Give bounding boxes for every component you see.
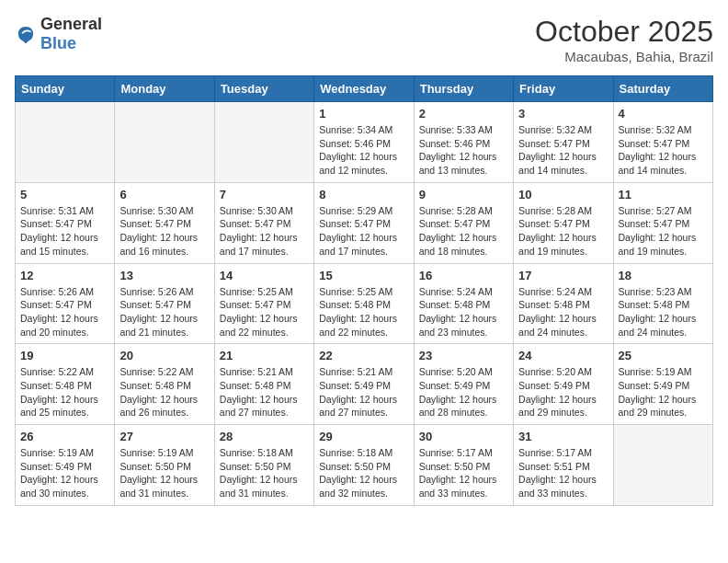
- day-info: Sunrise: 5:21 AMSunset: 5:48 PMDaylight:…: [220, 365, 309, 419]
- daylight-text: Daylight: 12 hours and 24 minutes.: [619, 313, 697, 338]
- sunrise-text: Sunrise: 5:32 AM: [619, 124, 692, 135]
- calendar-week-row: 1Sunrise: 5:34 AMSunset: 5:46 PMDaylight…: [16, 102, 713, 183]
- calendar-cell: [115, 102, 214, 183]
- daylight-text: Daylight: 12 hours and 32 minutes.: [319, 474, 397, 499]
- day-info: Sunrise: 5:29 AMSunset: 5:47 PMDaylight:…: [319, 204, 408, 259]
- day-info: Sunrise: 5:25 AMSunset: 5:47 PMDaylight:…: [220, 285, 309, 339]
- day-info: Sunrise: 5:18 AMSunset: 5:50 PMDaylight:…: [220, 446, 309, 500]
- sunset-text: Sunset: 5:47 PM: [518, 138, 590, 149]
- calendar-cell: 9Sunrise: 5:28 AMSunset: 5:47 PMDaylight…: [414, 182, 513, 263]
- sunrise-text: Sunrise: 5:22 AM: [119, 366, 193, 377]
- sunrise-text: Sunrise: 5:24 AM: [518, 286, 592, 297]
- day-info: Sunrise: 5:33 AMSunset: 5:46 PMDaylight:…: [419, 123, 508, 178]
- day-info: Sunrise: 5:31 AMSunset: 5:47 PMDaylight:…: [20, 204, 109, 259]
- daylight-text: Daylight: 12 hours and 19 minutes.: [619, 232, 697, 257]
- month-title: October 2025: [535, 15, 713, 49]
- sunrise-text: Sunrise: 5:30 AM: [220, 205, 293, 216]
- calendar-cell: 8Sunrise: 5:29 AMSunset: 5:47 PMDaylight…: [314, 182, 414, 263]
- day-number: 7: [220, 188, 309, 201]
- calendar-cell: 18Sunrise: 5:23 AMSunset: 5:48 PMDayligh…: [613, 263, 712, 344]
- sunrise-text: Sunrise: 5:20 AM: [518, 366, 592, 377]
- weekday-header: Tuesday: [214, 76, 313, 102]
- calendar-cell: 23Sunrise: 5:20 AMSunset: 5:49 PMDayligh…: [414, 344, 513, 425]
- sunset-text: Sunset: 5:47 PM: [119, 299, 191, 310]
- day-number: 15: [319, 269, 408, 282]
- sunset-text: Sunset: 5:48 PM: [419, 299, 491, 310]
- sunrise-text: Sunrise: 5:23 AM: [619, 286, 692, 297]
- daylight-text: Daylight: 12 hours and 24 minutes.: [518, 313, 597, 338]
- day-info: Sunrise: 5:26 AMSunset: 5:47 PMDaylight:…: [119, 285, 209, 339]
- day-number: 4: [619, 107, 708, 121]
- sunset-text: Sunset: 5:48 PM: [119, 380, 191, 391]
- calendar-cell: [16, 102, 115, 183]
- calendar-cell: 27Sunrise: 5:19 AMSunset: 5:50 PMDayligh…: [115, 425, 214, 506]
- day-info: Sunrise: 5:34 AMSunset: 5:46 PMDaylight:…: [319, 123, 408, 178]
- daylight-text: Daylight: 12 hours and 18 minutes.: [419, 232, 497, 257]
- sunrise-text: Sunrise: 5:21 AM: [319, 366, 392, 377]
- sunrise-text: Sunrise: 5:28 AM: [419, 205, 493, 216]
- calendar-cell: 29Sunrise: 5:18 AMSunset: 5:50 PMDayligh…: [314, 425, 414, 506]
- calendar-cell: 5Sunrise: 5:31 AMSunset: 5:47 PMDaylight…: [16, 182, 115, 263]
- daylight-text: Daylight: 12 hours and 31 minutes.: [119, 474, 198, 499]
- calendar-cell: 4Sunrise: 5:32 AMSunset: 5:47 PMDaylight…: [613, 102, 712, 183]
- sunset-text: Sunset: 5:50 PM: [319, 461, 391, 472]
- daylight-text: Daylight: 12 hours and 15 minutes.: [20, 232, 98, 257]
- day-number: 14: [220, 269, 309, 282]
- sunrise-text: Sunrise: 5:17 AM: [419, 447, 493, 458]
- calendar-cell: 6Sunrise: 5:30 AMSunset: 5:47 PMDaylight…: [115, 182, 214, 263]
- sunset-text: Sunset: 5:48 PM: [220, 380, 291, 391]
- weekday-header: Monday: [115, 76, 214, 102]
- sunrise-text: Sunrise: 5:25 AM: [220, 286, 293, 297]
- sunrise-text: Sunrise: 5:19 AM: [619, 366, 692, 377]
- weekday-header: Friday: [514, 76, 613, 102]
- day-number: 3: [518, 107, 608, 121]
- daylight-text: Daylight: 12 hours and 14 minutes.: [619, 151, 697, 176]
- sunrise-text: Sunrise: 5:33 AM: [419, 124, 493, 135]
- daylight-text: Daylight: 12 hours and 28 minutes.: [419, 394, 497, 419]
- day-info: Sunrise: 5:20 AMSunset: 5:49 PMDaylight:…: [518, 365, 608, 419]
- day-number: 10: [518, 188, 608, 201]
- sunrise-text: Sunrise: 5:22 AM: [20, 366, 94, 377]
- sunset-text: Sunset: 5:46 PM: [419, 138, 491, 149]
- calendar-cell: 24Sunrise: 5:20 AMSunset: 5:49 PMDayligh…: [514, 344, 613, 425]
- weekday-header: Thursday: [414, 76, 513, 102]
- calendar-cell: 7Sunrise: 5:30 AMSunset: 5:47 PMDaylight…: [214, 182, 313, 263]
- sunset-text: Sunset: 5:48 PM: [319, 299, 391, 310]
- daylight-text: Daylight: 12 hours and 19 minutes.: [518, 232, 597, 257]
- day-info: Sunrise: 5:30 AMSunset: 5:47 PMDaylight:…: [220, 204, 309, 259]
- calendar-cell: 13Sunrise: 5:26 AMSunset: 5:47 PMDayligh…: [115, 263, 214, 344]
- calendar-cell: 12Sunrise: 5:26 AMSunset: 5:47 PMDayligh…: [16, 263, 115, 344]
- sunrise-text: Sunrise: 5:27 AM: [619, 205, 692, 216]
- weekday-header: Sunday: [16, 76, 115, 102]
- logo-icon: [15, 23, 37, 45]
- daylight-text: Daylight: 12 hours and 26 minutes.: [119, 394, 198, 419]
- day-info: Sunrise: 5:17 AMSunset: 5:50 PMDaylight:…: [419, 446, 508, 500]
- daylight-text: Daylight: 12 hours and 21 minutes.: [119, 313, 198, 338]
- day-info: Sunrise: 5:28 AMSunset: 5:47 PMDaylight:…: [518, 204, 608, 259]
- sunrise-text: Sunrise: 5:19 AM: [119, 447, 193, 458]
- sunrise-text: Sunrise: 5:18 AM: [319, 447, 392, 458]
- sunset-text: Sunset: 5:47 PM: [319, 218, 391, 229]
- day-number: 31: [518, 430, 608, 443]
- day-info: Sunrise: 5:21 AMSunset: 5:49 PMDaylight:…: [319, 365, 408, 419]
- sunrise-text: Sunrise: 5:21 AM: [220, 366, 293, 377]
- daylight-text: Daylight: 12 hours and 33 minutes.: [419, 474, 497, 499]
- calendar-cell: [613, 425, 712, 506]
- sunrise-text: Sunrise: 5:29 AM: [319, 205, 392, 216]
- sunset-text: Sunset: 5:47 PM: [518, 218, 590, 229]
- calendar-cell: 14Sunrise: 5:25 AMSunset: 5:47 PMDayligh…: [214, 263, 313, 344]
- sunset-text: Sunset: 5:51 PM: [518, 461, 590, 472]
- day-info: Sunrise: 5:30 AMSunset: 5:47 PMDaylight:…: [119, 204, 209, 259]
- daylight-text: Daylight: 12 hours and 25 minutes.: [20, 394, 98, 419]
- page-header: General Blue October 2025 Macaubas, Bahi…: [15, 15, 713, 64]
- sunrise-text: Sunrise: 5:30 AM: [119, 205, 193, 216]
- sunset-text: Sunset: 5:49 PM: [619, 380, 690, 391]
- title-block: October 2025 Macaubas, Bahia, Brazil: [535, 15, 713, 64]
- day-number: 2: [419, 107, 508, 121]
- daylight-text: Daylight: 12 hours and 29 minutes.: [518, 394, 597, 419]
- sunrise-text: Sunrise: 5:26 AM: [119, 286, 193, 297]
- calendar-cell: 2Sunrise: 5:33 AMSunset: 5:46 PMDaylight…: [414, 102, 513, 183]
- sunset-text: Sunset: 5:47 PM: [220, 218, 291, 229]
- sunrise-text: Sunrise: 5:24 AM: [419, 286, 493, 297]
- daylight-text: Daylight: 12 hours and 30 minutes.: [20, 474, 98, 499]
